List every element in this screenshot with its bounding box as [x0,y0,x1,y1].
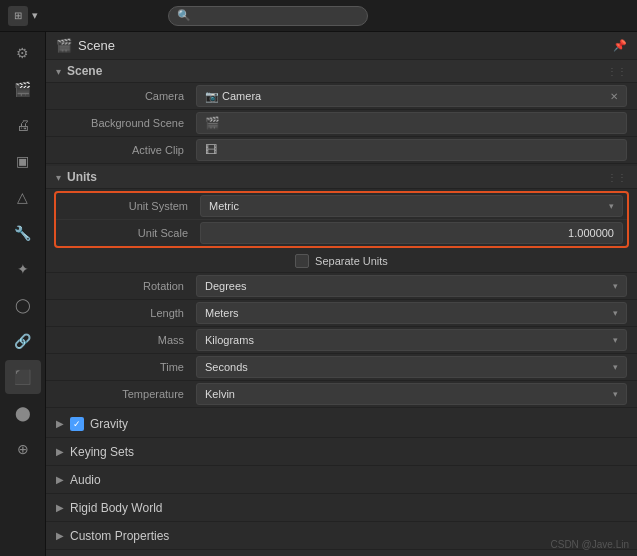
editor-type-label[interactable]: ▾ [32,9,38,22]
length-label: Length [56,307,196,319]
main-layout: ⚙ 🎬 🖨 ▣ △ 🔧 ✦ ◯ 🔗 ⬛ ⬤ ⊕ 🎬 Scene 📌 ▾ Scen… [0,32,637,556]
active-clip-field[interactable]: 🎞 [196,139,627,161]
editor-type-icon[interactable]: ⊞ [8,6,28,26]
sidebar-item-world[interactable]: ⊕ [5,432,41,466]
separate-units-checkbox-wrap[interactable]: Separate Units [295,254,388,268]
sidebar-item-physics[interactable]: ◯ [5,288,41,322]
units-section-header[interactable]: ▾ Units ⋮⋮ [46,166,637,189]
background-scene-icon: 🎬 [205,116,220,130]
scene-section-dots: ⋮⋮ [607,66,627,77]
sidebar-item-particles[interactable]: ✦ [5,252,41,286]
sidebar-item-modifier[interactable]: 🔧 [5,216,41,250]
custom-properties-row[interactable]: ▶ Custom Properties [46,522,637,550]
time-row: Time Seconds ▾ [46,354,637,381]
background-scene-field[interactable]: 🎬 [196,112,627,134]
content-area: 🎬 Scene 📌 ▾ Scene ⋮⋮ Camera 📷 Camera ✕ [46,32,637,556]
unit-scale-row: Unit Scale 1.000000 [56,220,627,246]
scene-header: 🎬 Scene 📌 [46,32,637,60]
rigid-body-world-arrow: ▶ [56,502,64,513]
rotation-row: Rotation Degrees ▾ [46,273,637,300]
sidebar-item-data[interactable]: ⬛ [5,360,41,394]
camera-close-icon[interactable]: ✕ [610,91,618,102]
gravity-checkbox[interactable]: ✓ [70,417,84,431]
background-scene-label: Background Scene [56,117,196,129]
rotation-value: Degrees [205,280,247,292]
keying-sets-arrow: ▶ [56,446,64,457]
audio-label: Audio [70,473,101,487]
unit-system-select[interactable]: Metric ▾ [200,195,623,217]
unit-system-selected-value: Metric [209,200,239,212]
top-bar-left: ⊞ ▾ [8,6,38,26]
separate-units-label: Separate Units [315,255,388,267]
rotation-select[interactable]: Degrees ▾ [196,275,627,297]
units-section: ▾ Units ⋮⋮ Unit System Metric ▾ [46,166,637,408]
gravity-arrow: ▶ [56,418,64,429]
active-clip-label: Active Clip [56,144,196,156]
unit-system-row: Unit System Metric ▾ [56,193,627,220]
camera-value-container: 📷 Camera ✕ [196,85,627,107]
time-select[interactable]: Seconds ▾ [196,356,627,378]
scene-section: ▾ Scene ⋮⋮ Camera 📷 Camera ✕ Background … [46,60,637,164]
background-scene-value-container: 🎬 [196,112,627,134]
time-value-container: Seconds ▾ [196,356,627,378]
top-bar: ⊞ ▾ 🔍 [0,0,637,32]
temperature-label: Temperature [56,388,196,400]
custom-properties-label: Custom Properties [70,529,169,543]
gravity-label: Gravity [90,417,128,431]
pin-icon[interactable]: 📌 [613,39,627,52]
scene-header-title: Scene [78,38,115,53]
audio-row[interactable]: ▶ Audio [46,466,637,494]
length-dropdown-arrow: ▾ [613,308,618,318]
gravity-row[interactable]: ▶ ✓ Gravity [46,410,637,438]
units-collapse-arrow: ▾ [56,172,61,183]
length-row: Length Meters ▾ [46,300,637,327]
mass-label: Mass [56,334,196,346]
length-value-container: Meters ▾ [196,302,627,324]
units-section-dots: ⋮⋮ [607,172,627,183]
rigid-body-world-label: Rigid Body World [70,501,162,515]
rotation-value-container: Degrees ▾ [196,275,627,297]
keying-sets-row[interactable]: ▶ Keying Sets [46,438,637,466]
keying-sets-label: Keying Sets [70,445,134,459]
camera-field-value: 📷 Camera [205,90,261,103]
sidebar-item-constraints[interactable]: 🔗 [5,324,41,358]
camera-field[interactable]: 📷 Camera ✕ [196,85,627,107]
temperature-row: Temperature Kelvin ▾ [46,381,637,408]
unit-scale-value-container: 1.000000 [200,222,623,244]
separate-units-checkbox[interactable] [295,254,309,268]
scene-section-header[interactable]: ▾ Scene ⋮⋮ [46,60,637,83]
temperature-select[interactable]: Kelvin ▾ [196,383,627,405]
custom-properties-arrow: ▶ [56,530,64,541]
rigid-body-world-row[interactable]: ▶ Rigid Body World [46,494,637,522]
separate-units-row: Separate Units [46,250,637,273]
temperature-value-container: Kelvin ▾ [196,383,627,405]
temperature-value: Kelvin [205,388,235,400]
mass-row: Mass Kilograms ▾ [46,327,637,354]
time-value: Seconds [205,361,248,373]
units-section-label: Units [67,170,97,184]
unit-scale-field[interactable]: 1.000000 [200,222,623,244]
icon-sidebar: ⚙ 🎬 🖨 ▣ △ 🔧 ✦ ◯ 🔗 ⬛ ⬤ ⊕ [0,32,46,556]
length-value: Meters [205,307,239,319]
sidebar-item-object[interactable]: △ [5,180,41,214]
camera-row: Camera 📷 Camera ✕ [46,83,637,110]
time-dropdown-arrow: ▾ [613,362,618,372]
scene-section-label: Scene [67,64,102,78]
mass-value-container: Kilograms ▾ [196,329,627,351]
unit-system-dropdown-arrow: ▾ [609,201,614,211]
sidebar-item-view[interactable]: ▣ [5,144,41,178]
length-select[interactable]: Meters ▾ [196,302,627,324]
sidebar-item-settings[interactable]: ⚙ [5,36,41,70]
rotation-dropdown-arrow: ▾ [613,281,618,291]
sidebar-item-output[interactable]: 🖨 [5,108,41,142]
scene-header-icon: 🎬 [56,38,72,53]
mass-select[interactable]: Kilograms ▾ [196,329,627,351]
unit-highlight-group: Unit System Metric ▾ Unit Scale 1.000000 [54,191,629,248]
watermark: CSDN @Jave.Lin [550,539,629,550]
scene-collapse-arrow: ▾ [56,66,61,77]
search-box[interactable]: 🔍 [168,6,368,26]
sidebar-item-scene[interactable]: 🎬 [5,72,41,106]
unit-scale-label: Unit Scale [60,227,200,239]
sidebar-item-shading[interactable]: ⬤ [5,396,41,430]
temperature-dropdown-arrow: ▾ [613,389,618,399]
